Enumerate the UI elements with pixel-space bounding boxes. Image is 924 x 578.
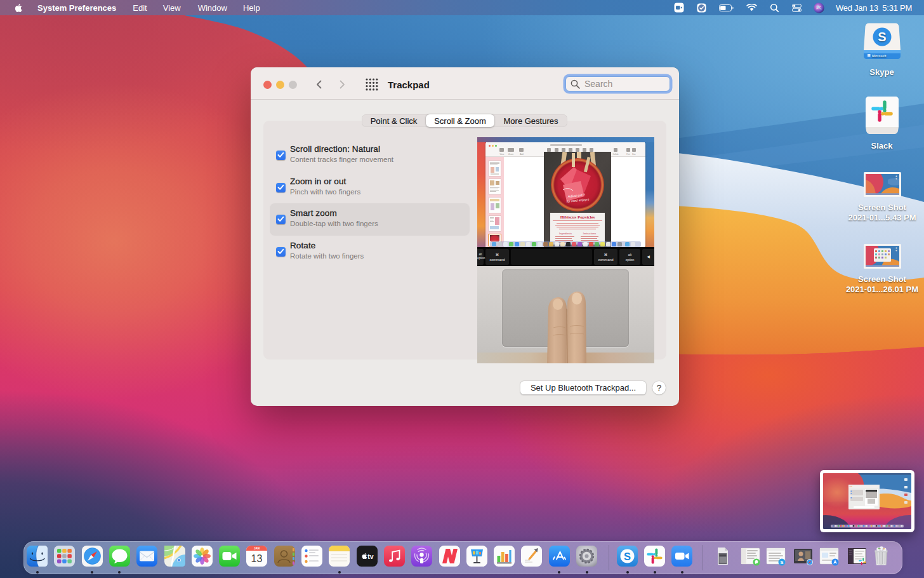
- svg-text:Zoom: Zoom: [508, 153, 513, 156]
- svg-text:Fmt: Fmt: [626, 153, 630, 156]
- svg-text:Microsoft: Microsoft: [872, 54, 887, 58]
- svg-text:S: S: [878, 30, 886, 44]
- svg-text:S: S: [624, 551, 631, 562]
- svg-text:Ingredients: Ingredients: [559, 232, 572, 235]
- svg-text:Doc: Doc: [632, 153, 636, 156]
- svg-text:Hibiscus Popsicles: Hibiscus Popsicles: [560, 215, 595, 220]
- svg-text:View: View: [500, 153, 505, 156]
- svg-text:13: 13: [251, 553, 263, 564]
- svg-text:Collab: Collab: [612, 153, 618, 156]
- svg-text:S: S: [780, 560, 783, 565]
- svg-text:tv: tv: [367, 553, 373, 560]
- svg-text:Add: Add: [520, 153, 524, 156]
- svg-text:JAN: JAN: [254, 547, 260, 550]
- svg-text:Instructions: Instructions: [583, 232, 596, 235]
